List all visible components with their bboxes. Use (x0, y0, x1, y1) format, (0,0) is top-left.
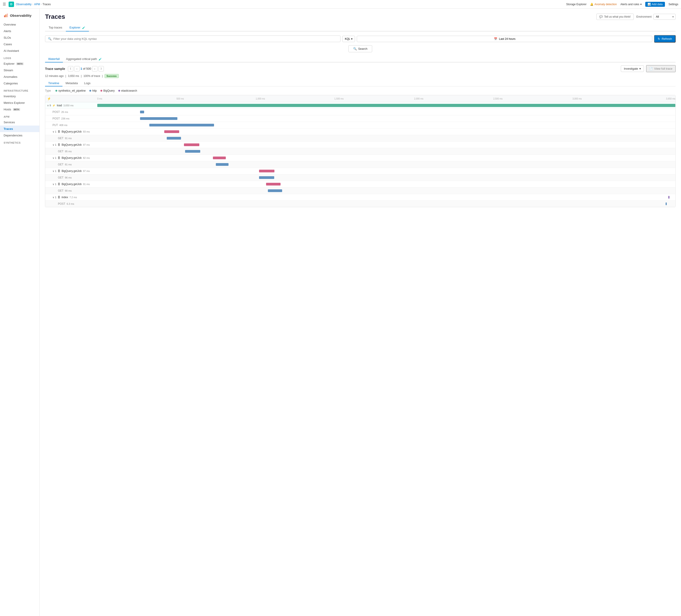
wf-row-bqgetjob-1: ∨ 1 🗄 BigQuery.getJob 93 ms (45, 128, 675, 135)
wf-bar-area-bq3 (97, 155, 675, 161)
wf-label-get-96ms: GET 96 ms (45, 175, 97, 180)
trace-sample-right: Investigate ▾ 📄 View full trace (621, 65, 676, 72)
anomaly-detection-link[interactable]: 🔔 Anomaly detection (590, 3, 617, 6)
wf-row-post-236ms: POST 236 ms (45, 116, 675, 122)
wf-row-post-6ms: POST 6.3 ms (45, 201, 675, 207)
trace-nav-next[interactable]: › (92, 66, 98, 72)
bqgetjob-3-label: BigQuery.getJob (61, 156, 82, 159)
search-btn-label: Search (358, 47, 368, 50)
view-full-trace-icon: 📄 (649, 67, 653, 70)
alerts-rules-link[interactable]: Alerts and rules ▾ (621, 3, 641, 6)
search-button[interactable]: 🔍 Search (348, 45, 372, 52)
trace-nav-last[interactable]: ⟩ (98, 66, 104, 72)
hamburger-icon[interactable]: ☰ (3, 2, 6, 6)
settings-link[interactable]: Settings (669, 3, 678, 6)
feedback-button[interactable]: 💬 Tell us what you think! (597, 14, 633, 20)
wf-row-bqgetjob-5: ∨ 1 🗄 BigQuery.getJob 91 ms (45, 181, 675, 187)
expand-icon-bq2[interactable]: ∨ 1 (52, 144, 56, 146)
sidebar-item-dependencies[interactable]: Dependencies (0, 132, 40, 139)
wf-bar-area-bq2 (97, 142, 675, 148)
tab-explorer[interactable]: Explorer 🧪 (66, 24, 89, 31)
app-logo: D (8, 2, 14, 7)
get-96ms-duration: 96 ms (65, 176, 72, 179)
wf-row-get-96ms: GET 96 ms (45, 174, 675, 181)
sidebar-item-metrics-explorer[interactable]: Metrics Explorer (0, 100, 40, 106)
tab-timeline[interactable]: Timeline (45, 80, 62, 86)
sidebar-item-hosts[interactable]: Hosts BETA (0, 106, 40, 113)
expand-icon-load[interactable]: ∨ 9 (47, 104, 51, 107)
wf-bar-put-408ms (149, 124, 214, 126)
index-icon: 🗄 (58, 196, 60, 199)
add-data-button[interactable]: 📊 Add data (645, 2, 665, 7)
bqgetjob-4-duration: 97 ms (83, 170, 90, 172)
search-center-row: 🔍 Search (45, 45, 676, 52)
load-duration: 3,650 ms (64, 104, 74, 107)
wf-label-get-81ms: GET 81 ms (45, 162, 97, 167)
sidebar-item-overview[interactable]: Overview (0, 21, 40, 28)
wf-bar-area-index (97, 194, 675, 200)
tab-top-traces[interactable]: Top traces (45, 24, 66, 31)
expand-icon-bq3[interactable]: ∨ 1 (52, 157, 56, 159)
wf-label-index: ∨ 1 🗄 index 7.2 ms (45, 195, 97, 200)
filter-icon[interactable]: ⚡ (47, 97, 51, 100)
legend-synthetics: synthetics_etl_pipeline (55, 89, 86, 92)
investigate-chevron-icon: ▾ (639, 67, 641, 70)
refresh-button[interactable]: ↻ Refresh (654, 35, 676, 43)
wf-bar-bq4 (259, 170, 274, 172)
sidebar-item-categories[interactable]: Categories (0, 80, 40, 87)
expand-icon-bq5[interactable]: ∨ 1 (52, 183, 56, 186)
get-90ms-method: GET (58, 189, 64, 192)
legend-label-synthetics: synthetics_etl_pipeline (58, 89, 86, 92)
trace-meta-time: 12 minutes ago (45, 74, 64, 78)
sidebar-item-alerts[interactable]: Alerts (0, 28, 40, 34)
tab-aggregated[interactable]: Aggregated critical path 🧪 (63, 56, 105, 62)
tick-1500ms: 1,500 ms (334, 98, 344, 100)
search-input-wrap[interactable]: 🔍 (45, 35, 340, 42)
trace-total: 500 (86, 67, 91, 70)
view-full-trace-button[interactable]: 📄 View full trace (646, 65, 676, 72)
storage-explorer-link[interactable]: Storage Explorer (566, 3, 586, 6)
search-input[interactable] (53, 37, 337, 41)
post-26ms-method: POST (52, 110, 60, 113)
sidebar-item-slos[interactable]: SLOs (0, 34, 40, 41)
kql-button[interactable]: KQL ▾ (342, 36, 355, 42)
environment-select-wrap[interactable]: All Production Staging (653, 14, 676, 20)
sidebar-label-anomalies: Anomalies (4, 75, 18, 78)
wf-bar-area-get-95ms (97, 148, 675, 155)
sidebar-item-explorer[interactable]: Explorer BETA (0, 60, 40, 67)
time-range-button[interactable]: 📅 Last 24 hours (357, 36, 652, 42)
sidebar-item-stream[interactable]: Stream (0, 67, 40, 74)
tab-waterfall[interactable]: Waterfall (45, 56, 63, 62)
wf-bar-post-26ms (140, 111, 144, 113)
wf-row-load: ∨ 9 ⚡ load 3,650 ms (45, 102, 675, 109)
expand-icon-index[interactable]: ∨ 1 (52, 196, 56, 199)
breadcrumb: Observability › APM › Traces (16, 3, 51, 6)
tab-metadata[interactable]: Metadata (62, 80, 81, 86)
trace-nav-prev[interactable]: ‹ (74, 66, 80, 72)
sidebar-item-inventory[interactable]: Inventory (0, 93, 40, 100)
wf-label-bqgetjob-3: ∨ 1 🗄 BigQuery.getJob 82 ms (45, 155, 97, 160)
expand-icon-bq4[interactable]: ∨ 1 (52, 170, 56, 173)
sidebar-item-services[interactable]: Services (0, 119, 40, 126)
sidebar-item-anomalies[interactable]: Anomalies (0, 74, 40, 80)
sidebar-item-ai-assistant[interactable]: AI Assistant (0, 48, 40, 54)
refresh-label: Refresh (661, 37, 672, 41)
sidebar-label-explorer: Explorer (4, 62, 15, 66)
trace-nav-first[interactable]: ⟨ (68, 66, 73, 72)
sidebar-item-cases[interactable]: Cases (0, 41, 40, 48)
expand-icon-bq1[interactable]: ∨ 1 (52, 130, 56, 133)
environment-select[interactable]: All Production Staging (653, 14, 676, 20)
tab-aggregated-label: Aggregated critical path (66, 57, 97, 61)
breadcrumb-observability[interactable]: Observability (16, 3, 31, 6)
calendar-icon: 📅 (494, 37, 497, 41)
tab-logs[interactable]: Logs (81, 80, 94, 86)
sidebar-label-overview: Overview (4, 23, 16, 26)
breadcrumb-apm[interactable]: APM (34, 3, 40, 6)
wf-label-load[interactable]: ∨ 9 ⚡ load 3,650 ms (45, 103, 97, 108)
sidebar-item-traces[interactable]: Traces (0, 126, 40, 132)
sidebar: Observability Overview Alerts SLOs Cases… (0, 8, 40, 616)
sidebar-section-synthetics: Synthetics (0, 139, 40, 145)
wf-label-bqgetjob-1: ∨ 1 🗄 BigQuery.getJob 93 ms (45, 129, 97, 134)
investigate-button[interactable]: Investigate ▾ (621, 66, 644, 72)
wf-label-get-95ms: GET 95 ms (45, 149, 97, 154)
